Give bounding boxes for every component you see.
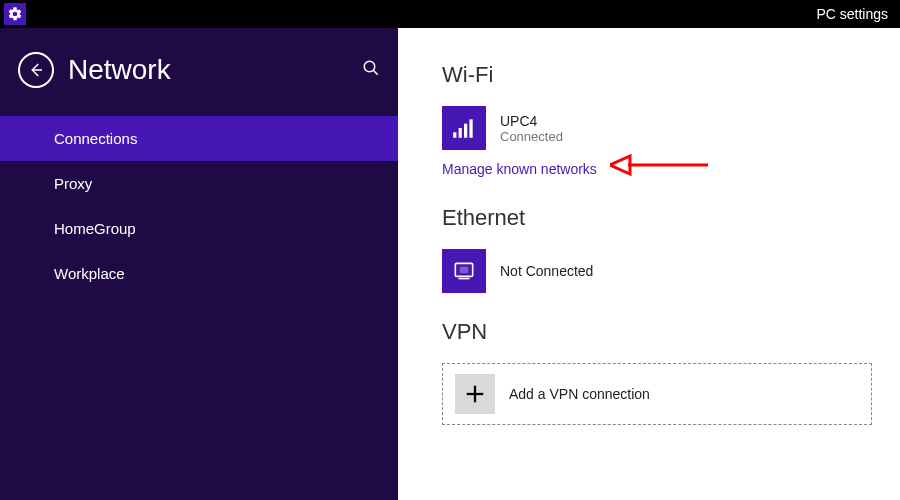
svg-rect-7 xyxy=(460,267,469,274)
search-button[interactable] xyxy=(362,59,380,81)
svg-point-0 xyxy=(364,61,375,72)
titlebar: PC settings xyxy=(0,0,900,28)
svg-rect-5 xyxy=(469,119,472,137)
sidebar: Network Connections Proxy HomeGroup Work… xyxy=(0,28,398,500)
svg-line-1 xyxy=(373,70,378,75)
sidebar-item-connections[interactable]: Connections xyxy=(0,116,398,161)
ethernet-heading: Ethernet xyxy=(442,205,872,231)
wifi-status: Connected xyxy=(500,129,563,144)
app-title: PC settings xyxy=(816,6,888,22)
plus-icon xyxy=(455,374,495,414)
content-pane: Wi-Fi UPC4 Connected Manage known networ… xyxy=(398,28,900,500)
search-icon xyxy=(362,59,380,77)
wifi-labels: UPC4 Connected xyxy=(500,113,563,144)
sidebar-item-homegroup[interactable]: HomeGroup xyxy=(0,206,398,251)
wifi-network-name: UPC4 xyxy=(500,113,563,129)
gear-icon xyxy=(4,3,26,25)
sidebar-item-workplace[interactable]: Workplace xyxy=(0,251,398,296)
back-button[interactable] xyxy=(18,52,54,88)
nav-list: Connections Proxy HomeGroup Workplace xyxy=(0,116,398,296)
svg-rect-3 xyxy=(459,128,462,138)
wifi-heading: Wi-Fi xyxy=(442,62,872,88)
vpn-heading: VPN xyxy=(442,319,872,345)
wifi-signal-icon xyxy=(442,106,486,150)
svg-rect-2 xyxy=(453,132,456,137)
wifi-connection-row[interactable]: UPC4 Connected xyxy=(442,106,872,150)
add-vpn-label: Add a VPN connection xyxy=(509,386,650,402)
page-title: Network xyxy=(68,54,362,86)
ethernet-status: Not Connected xyxy=(500,263,593,279)
sidebar-header: Network xyxy=(0,52,398,116)
add-vpn-button[interactable]: Add a VPN connection xyxy=(442,363,872,425)
sidebar-item-proxy[interactable]: Proxy xyxy=(0,161,398,206)
ethernet-icon xyxy=(442,249,486,293)
ethernet-connection-row[interactable]: Not Connected xyxy=(442,249,872,293)
svg-rect-4 xyxy=(464,124,467,138)
manage-networks-link[interactable]: Manage known networks xyxy=(442,161,597,177)
arrow-left-icon xyxy=(27,61,45,79)
